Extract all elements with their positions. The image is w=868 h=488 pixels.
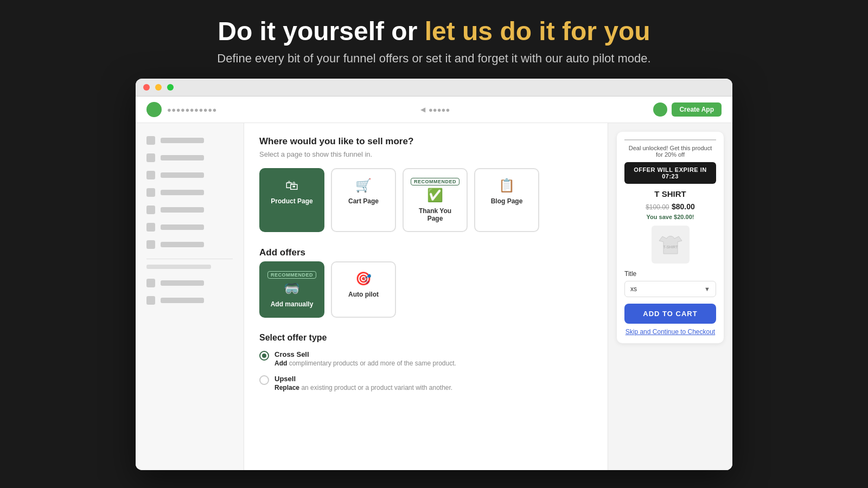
page-card-product[interactable]: 🛍 Product Page (259, 168, 324, 232)
preview-card: Deal unlocked! Get this product for 20% … (617, 132, 724, 343)
sidebar-item-orders[interactable] (136, 149, 244, 166)
app-header: ●●●●●●●●●●● ◀ ●●●●● Create App (136, 97, 732, 123)
sidebar-section-label (146, 265, 211, 269)
app-header-nav: ◀ ●●●●● (420, 106, 450, 114)
preview-pricing: $100.00 $80.00 (624, 202, 716, 211)
preview-sale-price: $80.00 (672, 202, 695, 211)
autopilot-label: Auto pilot (348, 291, 379, 298)
sidebar-item-customers[interactable] (136, 184, 244, 201)
sidebar-label-apps (161, 242, 204, 247)
upsell-desc: Replace an existing product or a product… (275, 384, 452, 391)
upsell-desc-text: an existing product or a product variant… (301, 384, 452, 391)
products-icon (146, 171, 155, 179)
offer-type-cards: RECOMMENDED 🥽 Add manually 🎯 Auto pilot (259, 261, 592, 318)
browser-window: ●●●●●●●●●●● ◀ ●●●●● Create App (136, 79, 732, 470)
recommended-badge-thankyou: RECOMMENDED (411, 178, 459, 185)
sidebar-item-home[interactable] (136, 132, 244, 149)
sidebar-item-discounts[interactable] (136, 219, 244, 236)
add-offers-title: Add offers (259, 247, 592, 258)
app-action-circle (653, 102, 667, 117)
sidebar-divider (146, 259, 233, 259)
analytics-icon (146, 206, 155, 214)
preview-select-value: xs (630, 285, 637, 293)
hero-title: Do it yourself or let us do it for you (217, 16, 650, 46)
upsell-label: Upsell (275, 375, 452, 383)
customers-icon (146, 188, 155, 197)
select-offer-type-section: Select offer type Cross Sell Add complim… (259, 333, 592, 391)
page-type-cards: 🛍 Product Page 🛒 Cart Page RECOMMENDED ✅… (259, 168, 592, 232)
sidebar-label-orders (161, 155, 204, 160)
sidebar-label-online-store (161, 280, 204, 286)
offer-card-manually[interactable]: RECOMMENDED 🥽 Add manually (259, 261, 324, 318)
page-card-thankyou[interactable]: RECOMMENDED ✅ Thank You Page (403, 168, 468, 232)
add-manually-label: Add manually (271, 300, 314, 308)
preview-title-label: Title (624, 270, 716, 278)
sidebar-item-analytics[interactable] (136, 201, 244, 219)
orders-icon (146, 153, 155, 162)
main-content: Where would you like to sell more? Selec… (244, 123, 608, 470)
hero-title-part1: Do it yourself or (218, 17, 424, 46)
where-to-sell-title: Where would you like to sell more? (259, 136, 592, 147)
add-manually-icon: 🥽 (284, 281, 300, 296)
sidebar-item-online-store[interactable] (136, 274, 244, 292)
blog-page-label: Blog Page (491, 197, 523, 205)
upsell-prefix: Replace (275, 384, 299, 391)
browser-dot-green (167, 84, 174, 91)
preview-product-image-container: T-SHIRT (624, 226, 716, 264)
discounts-icon (146, 223, 155, 232)
app-logo-icon (146, 102, 162, 117)
app-header-left: ●●●●●●●●●●● (146, 102, 217, 117)
pos-icon (146, 296, 155, 305)
app-logo-text: ●●●●●●●●●●● (167, 106, 217, 114)
hero-subtitle: Define every bit of your funnel offers o… (217, 52, 650, 66)
cross-sell-label: Cross Sell (275, 350, 456, 358)
preview-savings: You save $20.00! (624, 214, 716, 220)
sidebar-item-products[interactable] (136, 166, 244, 184)
offer-card-autopilot[interactable]: 🎯 Auto pilot (331, 261, 396, 318)
browser-dot-yellow (155, 84, 162, 91)
browser-content: Where would you like to sell more? Selec… (136, 123, 732, 470)
cross-sell-text: Cross Sell Add complimentary products or… (275, 350, 456, 367)
preview-deal-text: Deal unlocked! Get this product for 20% … (624, 139, 716, 158)
page-card-blog[interactable]: 📋 Blog Page (474, 168, 539, 232)
sidebar-label-analytics (161, 207, 204, 213)
cart-page-icon: 🛒 (355, 178, 372, 193)
home-icon (146, 136, 155, 145)
app-header-right: Create App (653, 102, 722, 117)
cross-sell-option[interactable]: Cross Sell Add complimentary products or… (259, 350, 592, 367)
cart-page-label: Cart Page (348, 197, 379, 205)
browser-dot-red (143, 84, 150, 91)
where-to-sell-subtitle: Select a page to show this funnel in. (259, 150, 592, 158)
skip-checkout-link[interactable]: Skip and Continue to Checkout (624, 328, 716, 336)
svg-text:T-SHIRT: T-SHIRT (663, 245, 678, 249)
create-app-button[interactable]: Create App (672, 102, 722, 117)
cross-sell-radio[interactable] (259, 351, 269, 361)
sidebar-label-discounts (161, 224, 204, 230)
sidebar-item-apps[interactable] (136, 236, 244, 253)
hero-title-highlight: let us do it for you (425, 17, 650, 46)
upsell-text: Upsell Replace an existing product or a … (275, 375, 452, 391)
sidebar-label-customers (161, 190, 204, 195)
preview-original-price: $100.00 (646, 203, 669, 211)
preview-offer-banner: OFFER WILL EXPIRE IN 07:23 (624, 162, 716, 184)
page-card-cart[interactable]: 🛒 Cart Page (331, 168, 396, 232)
add-to-cart-button[interactable]: ADD TO CART (624, 304, 716, 324)
sidebar-label-pos (161, 298, 204, 303)
hero-section: Do it yourself or let us do it for you D… (217, 16, 650, 66)
sidebar-item-pos[interactable] (136, 292, 244, 309)
upsell-radio[interactable] (259, 375, 269, 385)
preview-size-select[interactable]: xs ▼ (624, 281, 716, 297)
select-offer-type-title: Select offer type (259, 333, 592, 343)
where-to-sell-section: Where would you like to sell more? Selec… (259, 136, 592, 232)
upsell-option[interactable]: Upsell Replace an existing product or a … (259, 375, 592, 391)
add-offers-section: Add offers RECOMMENDED 🥽 Add manually 🎯 … (259, 247, 592, 318)
preview-panel: Deal unlocked! Get this product for 20% … (608, 123, 732, 470)
tshirt-image: T-SHIRT (652, 226, 690, 264)
sidebar-label-home (161, 138, 204, 143)
sidebar-label-products (161, 172, 204, 178)
create-app-label: Create App (679, 106, 714, 113)
cross-sell-desc: Add complimentary products or add more o… (275, 359, 456, 367)
apps-icon (146, 240, 155, 249)
nav-text: ●●●●● (429, 106, 450, 114)
preview-product-name: T SHIRT (624, 189, 716, 198)
